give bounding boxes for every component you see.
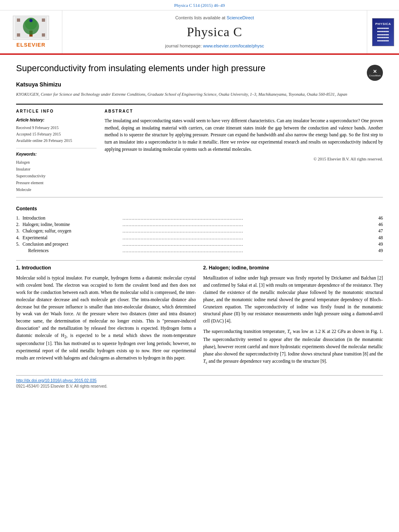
halogen-heading: 2. Halogen; iodine, bromine [203,265,383,272]
svg-rect-7 [17,33,20,37]
article-info-abstract: ARTICLE INFO Article history: Received 9… [16,109,383,193]
journal-citation: Physica C 514 (2015) 46–49 [0,0,399,10]
history-label: Article history: [16,117,97,123]
paper-title: Superconductivity from insulating elemen… [16,63,265,74]
keyword-3: Superconductivity [16,173,97,179]
keyword-2: Insulator [16,166,97,173]
col-left: 1. Introduction Molecular solid is typic… [16,265,196,369]
title-divider [16,104,383,105]
crossmark-label: ✕ CrossMark [369,69,380,78]
keywords-list: Halogen Insulator Superconductivity Pres… [16,159,97,193]
article-dates: Received 9 February 2015 Accepted 15 Feb… [16,125,97,144]
affiliation: KYOKUGEN, Center for Science and Technol… [16,91,383,98]
received-date: Received 9 February 2015 [16,125,97,131]
contents-table: 1. Introduction ........................… [16,215,383,254]
article-content: Superconductivity from insulating elemen… [0,55,399,397]
citation-text: Physica C 514 (2015) 46–49 [174,3,225,8]
elsevier-logo: ELSEVIER [13,16,49,49]
doi-link[interactable]: http://dx.doi.org/10.1016/j.physc.2015.0… [16,378,383,384]
svg-rect-5 [17,18,20,22]
svg-rect-6 [42,18,45,22]
contents-item-3: 3. Chalcogen; sulfur, oxygen ...........… [16,228,383,234]
elsevier-tree-image [13,16,49,40]
svg-rect-8 [42,33,45,37]
author-name: Katsuya Shimizu [16,81,383,89]
abstract-divider [16,197,383,197]
abstract-panel: ABSTRACT The insulating and superconduct… [105,109,383,193]
contents-item-5: 5. Conclusion and prospect .............… [16,241,383,247]
article-footer: http://dx.doi.org/10.1016/j.physc.2015.0… [16,375,383,389]
contents-item-1: 1. Introduction ........................… [16,215,383,221]
contents-item-4: 4. Experimental ........................… [16,234,383,241]
accepted-date: Accepted 15 February 2015 [16,131,97,138]
article-info-panel: ARTICLE INFO Article history: Received 9… [16,109,97,193]
col-right: 2. Halogen; iodine, bromine Metallizatio… [203,265,383,369]
journal-thumbnail-section: PHYSICA ■■■■■■■■■■■■■■■■■■■■■■■■■■■■■■■■… [367,10,399,53]
science-direct-text: Contents lists available at ScienceDirec… [175,15,254,21]
journal-homepage: journal homepage: www.elsevier.com/locat… [165,43,264,49]
journal-thumbnail: PHYSICA ■■■■■■■■■■■■■■■■■■■■■■■■■■■■■■■■… [372,18,394,46]
halogen-paragraph-2: The superconducting transition temperatu… [203,328,383,366]
info-divider [16,148,97,148]
contents-item-references: References .............................… [16,247,383,254]
journal-title-section: Contents lists available at ScienceDirec… [62,10,367,53]
contents-item-2: 2. Halogen; iodine, bromine ............… [16,221,383,228]
abstract-heading: ABSTRACT [105,109,383,114]
elsevier-wordmark: ELSEVIER [16,41,45,49]
keyword-5: Molecule [16,186,97,193]
keyword-1: Halogen [16,159,97,166]
available-date: Available online 26 February 2015 [16,138,97,144]
title-row: Superconductivity from insulating elemen… [16,63,383,81]
contents-title: Contents [16,205,383,212]
journal-header: ELSEVIER Contents lists available at Sci… [0,10,399,55]
publisher-logo-section: ELSEVIER [0,10,62,53]
crossmark-badge[interactable]: ✕ CrossMark [367,65,383,81]
article-info-heading: ARTICLE INFO [16,109,97,114]
abstract-text: The insulating and superconducting state… [105,117,383,153]
contents-divider [16,260,383,261]
contents-section: Contents 1. Introduction ...............… [16,203,383,254]
halogen-paragraph-1: Metallization of iodine under high press… [203,275,383,325]
keyword-4: Pressure element [16,179,97,186]
keywords-label: Keywords: [16,152,97,157]
journal-name-header: Physica C [187,23,243,41]
introduction-heading: 1. Introduction [16,265,196,272]
copyright-line: © 2015 Elsevier B.V. All rights reserved… [105,156,383,162]
svg-point-4 [29,19,33,22]
science-direct-link[interactable]: ScienceDirect [226,15,254,20]
main-columns: 1. Introduction Molecular solid is typic… [16,265,383,369]
footer-copyright: 0921-4534/© 2015 Elsevier B.V. All right… [16,384,383,389]
journal-homepage-link[interactable]: www.elsevier.com/locate/physc [203,43,264,48]
introduction-paragraph: Molecular solid is typical insulator. Fo… [16,275,196,362]
